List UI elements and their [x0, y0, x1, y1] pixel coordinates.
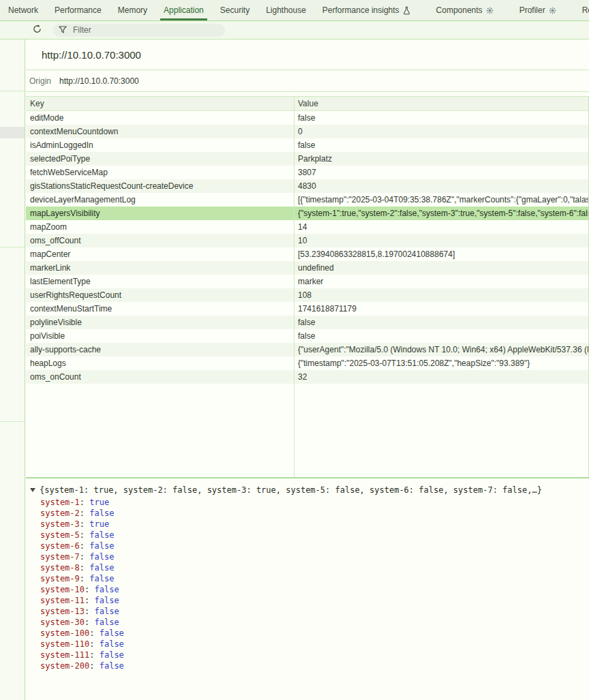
json-tree-entry[interactable]: system-8: false — [26, 562, 589, 573]
tab-label: Application — [164, 5, 204, 15]
tab-redux[interactable]: Redux — [574, 0, 589, 20]
funnel-icon — [59, 24, 67, 36]
cell-key: heapLogs — [26, 356, 294, 370]
tab-label: Lighthouse — [266, 5, 306, 15]
table-row[interactable]: mapLayersVisibility {"system-1":true,"sy… — [26, 207, 588, 220]
tab-label: Redux — [582, 5, 589, 15]
json-value: false — [100, 661, 124, 671]
cell-key: userRightsRequestCount — [26, 288, 294, 302]
devtools-tab-bar: Network Performance Memory Application S… — [0, 0, 589, 21]
json-tree-root[interactable]: {system-1: true, system-2: false, system… — [26, 485, 589, 496]
table-row[interactable]: gisStationsStaticRequestCount-createDevi… — [26, 179, 588, 193]
cell-key: oms_offCount — [26, 234, 294, 247]
table-row[interactable]: mapCenter [53.23940863328815,8.197002410… — [26, 247, 588, 261]
tab-profiler[interactable]: Profiler — [511, 0, 564, 20]
sidebar-divider — [0, 247, 25, 247]
json-tree-entry[interactable]: system-6: false — [26, 541, 589, 551]
application-sidebar-sliver[interactable] — [0, 40, 25, 700]
json-key: system-111 — [40, 650, 89, 660]
json-tree-entry[interactable]: system-200: false — [26, 660, 589, 671]
table-row[interactable]: heapLogs {"timestamp":"2025-03-07T13:51:… — [26, 356, 588, 370]
gear-icon — [549, 7, 556, 14]
table-row[interactable]: markerLink undefined — [26, 261, 588, 275]
json-tree-entry[interactable]: system-13: false — [26, 606, 589, 617]
json-key: system-13 — [40, 607, 85, 616]
json-tree-entry[interactable]: system-11: false — [26, 595, 589, 606]
json-tree-entry[interactable]: system-111: false — [26, 650, 589, 660]
column-header-value[interactable]: Value — [294, 97, 588, 110]
sidebar-divider — [0, 421, 25, 422]
tab-performance[interactable]: Performance — [46, 0, 110, 20]
json-tree-entry[interactable]: system-2: false — [26, 508, 589, 519]
cell-key: selectedPoiType — [26, 152, 294, 166]
json-tree-entry[interactable]: system-30: false — [26, 617, 589, 628]
breadcrumb: Origin http://10.10.0.70:3000 — [26, 70, 589, 92]
json-tree-children: system-1: truesystem-2: falsesystem-3: t… — [26, 497, 589, 671]
cell-value: 108 — [294, 288, 588, 302]
table-row[interactable]: contextMenuStartTime 1741618871179 — [26, 302, 588, 316]
table-row[interactable]: lastElementType marker — [26, 275, 588, 288]
filter-input[interactable] — [72, 25, 208, 35]
cell-key: markerLink — [26, 261, 294, 275]
table-row[interactable]: oms_onCount 32 — [26, 370, 588, 384]
json-tree-entry[interactable]: system-5: false — [26, 530, 589, 541]
json-key: system-110 — [40, 639, 89, 649]
table-row[interactable]: userRightsRequestCount 108 — [26, 288, 588, 302]
json-tree-entry[interactable]: system-100: false — [26, 628, 589, 639]
column-resize-handle[interactable] — [294, 97, 294, 477]
table-row[interactable]: deviceLayerManagementLog [{"timestamp":"… — [26, 193, 588, 207]
cell-value: undefined — [294, 261, 588, 275]
json-key: system-100 — [40, 628, 89, 638]
table-row[interactable]: isAdminLoggedIn false — [26, 138, 588, 152]
table-row[interactable]: ally-supports-cache {"userAgent":"Mozill… — [26, 343, 588, 356]
storage-items-table: Key Value editMode false contextMenuCoun… — [26, 96, 589, 477]
local-storage-panel: http://10.10.0.70:3000 Origin http://10.… — [26, 40, 589, 700]
storage-origin-header: http://10.10.0.70:3000 — [26, 40, 589, 70]
json-tree-entry[interactable]: system-110: false — [26, 639, 589, 650]
table-row[interactable]: mapZoom 14 — [26, 220, 588, 234]
json-tree-entry[interactable]: system-10: false — [26, 584, 589, 595]
expand-arrow-icon[interactable] — [30, 488, 35, 492]
json-key: system-10 — [40, 585, 85, 594]
table-row[interactable]: editMode false — [26, 111, 588, 125]
table-row[interactable]: poiVisible false — [26, 329, 588, 343]
cell-value: Parkplatz — [294, 152, 588, 166]
cell-value: 14 — [294, 220, 588, 234]
cell-key: oms_onCount — [26, 370, 294, 384]
cell-value: false — [294, 329, 588, 343]
tab-memory[interactable]: Memory — [110, 0, 155, 20]
table-row[interactable]: fetchWebServiceMap 3807 — [26, 166, 588, 179]
cell-value: [53.23940863328815,8.197002410888674] — [294, 247, 588, 261]
cell-value: {"timestamp":"2025-03-07T13:51:05.208Z",… — [294, 356, 588, 370]
json-key: system-6 — [40, 541, 80, 551]
table-row[interactable]: contextMenuCountdown 0 — [26, 125, 588, 138]
refresh-button[interactable] — [30, 23, 44, 37]
json-tree-entry[interactable]: system-3: true — [26, 519, 589, 530]
tab-lighthouse[interactable]: Lighthouse — [258, 0, 314, 20]
table-row[interactable]: selectedPoiType Parkplatz — [26, 152, 588, 166]
cell-key: mapCenter — [26, 247, 294, 261]
tab-security[interactable]: Security — [212, 0, 258, 20]
cell-key: editMode — [26, 111, 294, 125]
json-tree-entry[interactable]: system-1: true — [26, 497, 589, 508]
json-tree-entry[interactable]: system-7: false — [26, 551, 589, 562]
cell-key: isAdminLoggedIn — [26, 138, 294, 152]
tab-performance-insights[interactable]: Performance insights — [314, 0, 419, 20]
tab-components[interactable]: Components — [428, 0, 502, 20]
tab-network[interactable]: Network — [0, 0, 46, 20]
table-row[interactable]: polylineVisible false — [26, 316, 588, 329]
column-header-key[interactable]: Key — [26, 97, 294, 110]
filter-box[interactable] — [53, 24, 225, 37]
json-value: false — [89, 530, 114, 540]
cell-value: [{"timestamp":"2025-03-04T09:35:38.786Z"… — [294, 193, 588, 207]
table-row[interactable]: oms_offCount 10 — [26, 234, 588, 247]
json-value: false — [94, 618, 119, 627]
tab-label: Profiler — [519, 5, 545, 15]
json-key: system-30 — [40, 618, 85, 627]
json-tree-entry[interactable]: system-9: false — [26, 573, 589, 584]
tab-application[interactable]: Application — [155, 0, 212, 20]
cell-key: lastElementType — [26, 275, 294, 288]
sidebar-selected-item[interactable] — [0, 127, 25, 138]
json-value: true — [89, 498, 109, 507]
tab-label: Performance insights — [322, 5, 399, 15]
